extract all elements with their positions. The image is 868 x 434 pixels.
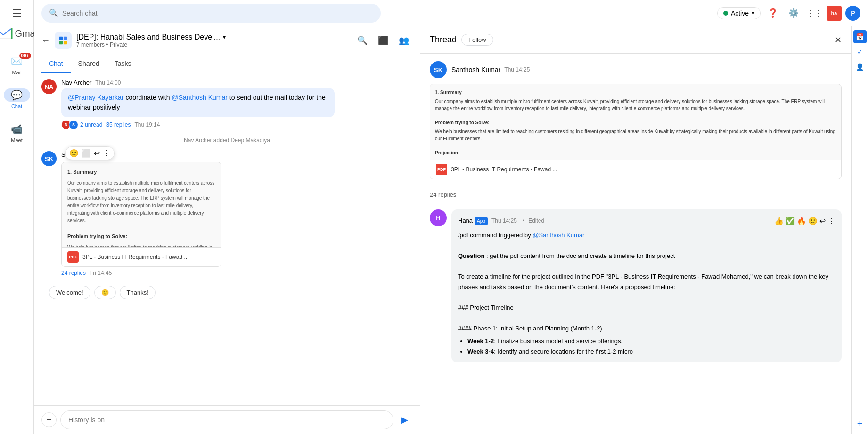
thread-title: Thread — [430, 35, 457, 45]
react-fire-btn[interactable]: 🔥 — [797, 215, 806, 227]
chat-header-actions: 🔍 ⬛ 👥 — [354, 32, 412, 49]
msg-text: coordinate with — [125, 94, 172, 101]
apps-button[interactable]: ⋮⋮ — [806, 5, 823, 22]
thread-reply-content: Hana App Thu 14:25 • Edited 👍 ✅ — [451, 209, 842, 362]
sidebar-item-mail[interactable]: ✉️ 99+ Mail — [0, 48, 34, 82]
send-button[interactable]: ▶ — [397, 412, 412, 427]
help-button[interactable]: ❓ — [764, 5, 781, 22]
doc-footer: PDF 3PL - Business IT Requirments - Fawa… — [62, 247, 221, 266]
left-sidebar: Gmail ✉️ 99+ Mail 💬 Chat 📹 Meet — [0, 0, 34, 434]
check-circle-icon[interactable]: ✓ — [853, 45, 867, 58]
user-avatar[interactable]: P — [845, 6, 860, 21]
question-label: Question — [458, 252, 484, 259]
trigger-text: /pdf command triggered by @Santhosh Kuma… — [458, 230, 835, 241]
chat-panel: ← [DEP]: Hanabi Sales and Business Devel… — [34, 26, 420, 434]
mini-right-sidebar: 📅 ✓ 👤 + — [851, 26, 868, 434]
chat-input-area: + ▶ — [34, 405, 420, 434]
thread-original-message: SK Santhosh Kumar Thu 14:25 1. Summary O… — [430, 61, 842, 179]
react-btn[interactable]: 👍 — [774, 215, 784, 227]
active-dot — [723, 11, 728, 16]
thread-doc-preview: 1. Summary Our company aims to establish… — [430, 84, 841, 160]
add-attachment-button[interactable]: + — [41, 412, 57, 427]
emoji-btn[interactable]: 🙂 — [69, 149, 79, 158]
question-line: Question : get the pdf content from the … — [458, 251, 835, 261]
thread-pdf-icon: PDF — [436, 164, 447, 175]
people-button[interactable]: 👥 — [395, 32, 412, 49]
reply-count[interactable]: 35 replies — [106, 121, 131, 128]
thread-doc-heading: 1. Summary — [435, 89, 836, 96]
room-icon — [55, 32, 72, 49]
tab-tasks[interactable]: Tasks — [107, 55, 139, 73]
doc-heading: 1. Summary — [67, 168, 215, 177]
msg-time: Thu 14:00 — [95, 80, 121, 86]
thread-doc-attachment[interactable]: 1. Summary Our company aims to establish… — [430, 84, 842, 179]
sidebar-item-chat[interactable]: 💬 Chat — [0, 82, 34, 116]
custom-emoji-btn[interactable]: ⬜ — [82, 149, 91, 158]
phase-list: Week 1-2: Finalize business model and se… — [467, 336, 835, 357]
reply-timestamp: Thu 14:25 — [491, 217, 517, 225]
mail-badge: 99+ — [19, 53, 31, 59]
follow-button[interactable]: Follow — [461, 34, 493, 46]
chat-title-area: [DEP]: Hanabi Sales and Business Devel..… — [76, 33, 349, 48]
doc-para1: Our company aims to establish multiple m… — [67, 179, 215, 225]
search-input[interactable] — [62, 9, 373, 17]
chat-header: ← [DEP]: Hanabi Sales and Business Devel… — [34, 26, 420, 55]
timeline-heading: ### Project Timeline — [458, 303, 835, 313]
thread-sender-name: Santhosh Kumar — [451, 66, 500, 73]
add-icon[interactable]: + — [853, 417, 867, 430]
quick-reply-smile[interactable]: 🙂 — [94, 286, 116, 299]
thread-doc-name: 3PL - Business IT Requirments - Fawad ..… — [451, 166, 557, 173]
more-actions-btn[interactable]: ⋮ — [827, 215, 835, 227]
app-badge: App — [475, 217, 488, 225]
sender-name: Nav Archer — [61, 79, 91, 86]
main-content: 🔍 Active ▾ ❓ ⚙️ ⋮⋮ ha P — [34, 0, 868, 434]
quick-reply-welcome[interactable]: Welcome! — [49, 286, 90, 299]
chat-room-title: [DEP]: Hanabi Sales and Business Devel..… — [76, 33, 220, 41]
calendar-icon[interactable]: 📅 — [853, 30, 867, 43]
thread-msg-time: Thu 14:25 — [504, 66, 530, 73]
thread-reply-btn[interactable]: ↩ — [819, 215, 826, 227]
avatar: SK — [41, 151, 57, 166]
doc-heading2: Problem trying to Solve: — [67, 233, 215, 241]
reply-btn[interactable]: ↩ — [94, 149, 100, 158]
thread-content: SK Santhosh Kumar Thu 14:25 1. Summary O… — [420, 54, 851, 434]
thread-reply-header: Hana App Thu 14:25 • Edited 👍 ✅ — [458, 215, 835, 227]
search-chat-button[interactable]: 🔍 — [354, 32, 371, 49]
list-item: Week 1-2: Finalize business model and se… — [467, 336, 835, 346]
tab-shared[interactable]: Shared — [71, 55, 107, 73]
tab-chat[interactable]: Chat — [41, 55, 71, 73]
chat-input[interactable] — [60, 410, 393, 429]
sidebar-item-meet[interactable]: 📹 Meet — [0, 116, 34, 150]
thread-reply-message: H Hana App Thu 14:25 • Edited — [430, 209, 842, 362]
msg-content: Santhosh Kumar 🙂 ⬜ ↩ ⋮ 1. Summary — [61, 151, 412, 276]
mail-label: Mail — [12, 70, 21, 75]
active-status-btn[interactable]: Active ▾ — [717, 7, 761, 19]
react-check-btn[interactable]: ✅ — [786, 215, 795, 227]
search-icon: 🔍 — [49, 8, 58, 17]
video-button[interactable]: ⬛ — [375, 32, 392, 49]
thread-reply-body: /pdf command triggered by @Santhosh Kuma… — [458, 230, 835, 357]
thread-doc-heading2: Problem trying to Solve: — [435, 119, 836, 126]
back-button[interactable]: ← — [41, 36, 50, 46]
thread-reply-avatar: H — [430, 209, 447, 226]
search-bar[interactable]: 🔍 — [41, 4, 381, 23]
list-item: Week 3-4: Identify and secure locations … — [467, 346, 835, 357]
thread-reply-actions: 👍 ✅ 🔥 🙂 ↩ ⋮ — [774, 215, 835, 227]
thread-msg-meta: Santhosh Kumar Thu 14:25 — [451, 66, 530, 73]
message-bubble: @Pranay Kayarkar coordinate with @Santho… — [61, 88, 335, 117]
doc-attachment[interactable]: 1. Summary Our company aims to establish… — [61, 162, 221, 267]
reply-time: Fri 14:45 — [90, 270, 112, 276]
more-btn[interactable]: ⋮ — [103, 149, 110, 158]
reply-info: 24 replies Fri 14:45 — [61, 270, 412, 276]
quick-replies: Welcome! 🙂 Thanks! — [41, 282, 412, 303]
chevron-down-icon[interactable]: ▾ — [223, 34, 226, 40]
emoji-react-btn[interactable]: 🙂 — [808, 215, 818, 227]
close-thread-button[interactable]: ✕ — [835, 35, 842, 45]
settings-button[interactable]: ⚙️ — [785, 5, 802, 22]
hana-app-badge: Hana App — [458, 216, 488, 226]
top-right-actions: Active ▾ ❓ ⚙️ ⋮⋮ ha P — [717, 5, 860, 22]
hamburger-button[interactable] — [8, 4, 26, 23]
reply-count[interactable]: 24 replies — [61, 270, 86, 276]
person-icon[interactable]: 👤 — [853, 60, 867, 73]
quick-reply-thanks[interactable]: Thanks! — [120, 286, 156, 299]
